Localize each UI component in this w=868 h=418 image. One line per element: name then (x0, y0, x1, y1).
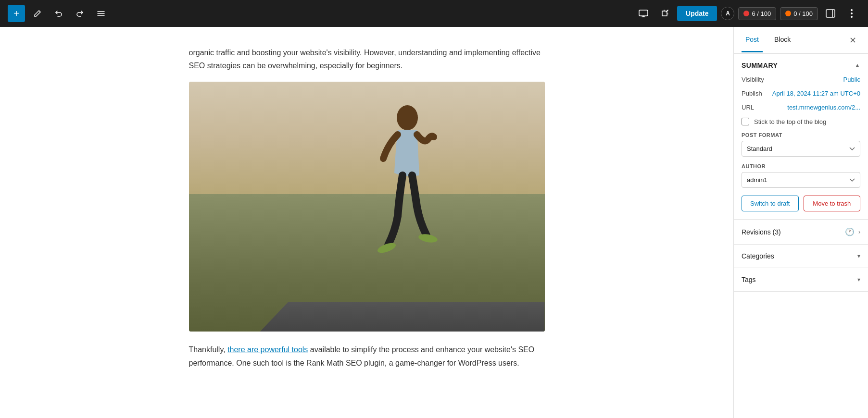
tab-block[interactable]: Block (770, 28, 794, 52)
editor-image-block[interactable] (189, 82, 545, 332)
svg-point-4 (851, 16, 853, 18)
categories-chevron-icon: ▾ (857, 253, 860, 259)
tags-chevron-icon: ▾ (857, 276, 860, 283)
categories-title: Categories (742, 252, 774, 260)
post-format-label: POST FORMAT (742, 132, 860, 138)
switch-to-draft-button[interactable]: Switch to draft (742, 196, 799, 211)
right-sidebar: Post Block ✕ Summary ▲ Visibility Public… (733, 27, 868, 418)
sidebar-toggle-button[interactable] (822, 5, 839, 22)
editor-paragraph-2: Thankfully, there are powerful tools ava… (189, 343, 545, 369)
paragraph-2-start: Thankfully, (189, 345, 228, 354)
road-layer (260, 302, 545, 332)
svg-rect-1 (826, 10, 835, 17)
preview-button[interactable] (656, 5, 673, 22)
revisions-right: 🕐 › (845, 227, 860, 236)
seo-dot-icon (743, 11, 749, 16)
summary-section: Summary ▲ Visibility Public Publish Apri… (734, 54, 868, 220)
svg-point-3 (851, 12, 853, 14)
editor-area[interactable]: organic traffic and boosting your websit… (0, 27, 733, 418)
tools-button[interactable] (92, 5, 110, 22)
url-value[interactable]: test.mrnewgenius.com/2... (787, 104, 860, 111)
action-buttons: Switch to draft Move to trash (742, 196, 860, 211)
publish-row: Publish April 18, 2024 11:27 am UTC+0 (742, 90, 860, 97)
summary-section-header[interactable]: Summary ▲ (742, 61, 860, 69)
redo-button[interactable] (71, 5, 88, 22)
main-layout: organic traffic and boosting your websit… (0, 27, 868, 418)
author-select[interactable]: admin1 (742, 172, 860, 188)
svg-rect-0 (639, 10, 648, 16)
publish-value[interactable]: April 18, 2024 11:27 am UTC+0 (772, 90, 860, 97)
svg-point-2 (851, 9, 853, 11)
visibility-value[interactable]: Public (843, 76, 860, 83)
stick-to-top-checkbox[interactable] (742, 118, 749, 125)
revisions-clock-icon: 🕐 (845, 227, 855, 236)
stick-to-top-row: Stick to the top of the blog (742, 118, 860, 125)
url-label: URL (742, 104, 754, 111)
move-to-trash-button[interactable]: Move to trash (804, 196, 861, 211)
revisions-label: Revisions (3) (742, 228, 781, 236)
desktop-view-button[interactable] (635, 5, 652, 22)
editor-content: organic traffic and boosting your websit… (189, 46, 545, 369)
tags-header[interactable]: Tags ▾ (742, 276, 860, 283)
update-button[interactable]: Update (677, 6, 717, 21)
undo-button[interactable] (50, 5, 67, 22)
tab-post[interactable]: Post (742, 28, 763, 52)
readability-dot-icon (785, 11, 791, 16)
categories-header[interactable]: Categories ▾ (742, 252, 860, 260)
ahrefs-badge[interactable]: A (721, 7, 734, 20)
top-toolbar: + (0, 0, 868, 27)
tags-section: Tags ▾ (734, 268, 868, 292)
seo-score-badge[interactable]: 6 / 100 (738, 7, 776, 20)
visibility-label: Visibility (742, 76, 764, 83)
add-block-button[interactable]: + (8, 5, 25, 22)
summary-title: Summary (742, 61, 778, 69)
tags-title: Tags (742, 276, 756, 283)
sidebar-close-button[interactable]: ✕ (845, 33, 860, 48)
svg-point-5 (397, 105, 418, 130)
revisions-chevron-icon: › (858, 229, 860, 235)
more-options-button[interactable] (843, 5, 860, 22)
runner-svg (357, 96, 458, 264)
readability-score-badge[interactable]: 0 / 100 (780, 7, 818, 20)
paragraph-2-link[interactable]: there are powerful tools (227, 345, 308, 354)
publish-label: Publish (742, 90, 762, 97)
post-format-select[interactable]: Standard Aside Image Video (742, 141, 860, 157)
edit-mode-button[interactable] (29, 5, 46, 22)
revisions-section[interactable]: Revisions (3) 🕐 › (734, 220, 868, 245)
author-label: AUTHOR (742, 163, 860, 169)
svg-point-7 (417, 233, 438, 244)
categories-section: Categories ▾ (734, 245, 868, 268)
sidebar-tabs: Post Block ✕ (734, 27, 868, 54)
stick-to-top-label[interactable]: Stick to the top of the blog (754, 118, 826, 125)
readability-score-value: 0 / 100 (793, 10, 813, 17)
visibility-row: Visibility Public (742, 76, 860, 83)
url-row: URL test.mrnewgenius.com/2... (742, 104, 860, 111)
editor-paragraph-1: organic traffic and boosting your websit… (189, 46, 545, 72)
seo-score-value: 6 / 100 (752, 10, 771, 17)
summary-chevron-icon: ▲ (855, 62, 860, 69)
